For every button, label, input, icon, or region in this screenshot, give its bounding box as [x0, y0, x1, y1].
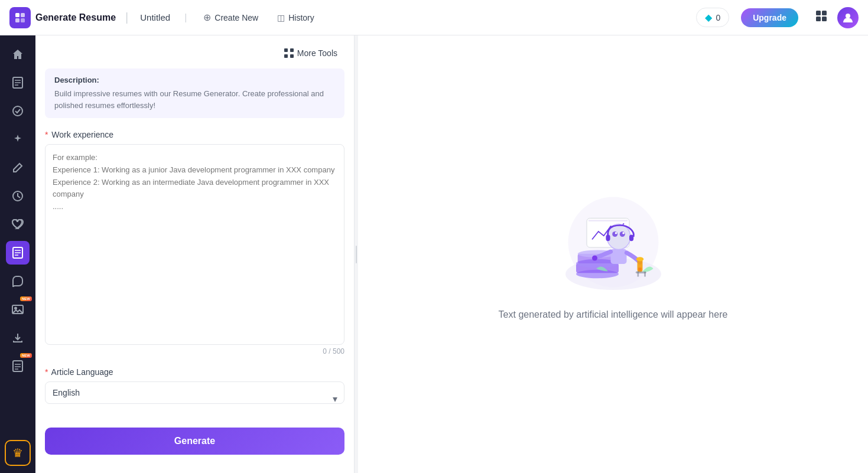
sidebar-item-history[interactable] [6, 184, 30, 208]
svg-point-13 [13, 106, 22, 116]
description-box: Description: Build impressive resumes wi… [45, 68, 344, 118]
sidebar: NEW NEW ♛ [0, 35, 35, 473]
svg-rect-4 [816, 11, 821, 15]
work-experience-textarea[interactable] [45, 144, 344, 345]
svg-rect-27 [284, 54, 288, 58]
more-tools-button[interactable]: More Tools [277, 45, 344, 61]
svg-point-8 [846, 14, 850, 18]
svg-rect-6 [816, 17, 821, 21]
history-button[interactable]: ◫ History [270, 9, 321, 26]
svg-rect-49 [638, 268, 641, 270]
svg-rect-3 [21, 18, 25, 22]
crown-icon: ♛ [12, 446, 23, 460]
char-count: 0 / 500 [45, 347, 344, 355]
description-heading: Description: [54, 76, 335, 84]
ai-placeholder-text: Text generated by artificial intelligenc… [499, 309, 728, 320]
credits-count: 0 [716, 13, 720, 22]
user-avatar-icon [842, 12, 854, 24]
header: Generate Resume | Untitled | ⊕ Create Ne… [0, 0, 868, 35]
work-experience-label: * Work experience [45, 130, 344, 139]
avatar[interactable] [837, 7, 859, 28]
svg-point-39 [612, 231, 617, 237]
description-body: Build impressive resumes with our Resume… [54, 88, 335, 111]
sidebar-item-heart[interactable] [6, 213, 30, 236]
svg-rect-0 [15, 13, 19, 17]
svg-rect-5 [822, 11, 827, 15]
language-select-wrapper: English Spanish French German Chinese Ja… [45, 381, 344, 416]
ai-illustration [548, 189, 678, 295]
svg-rect-28 [290, 54, 294, 58]
svg-rect-26 [290, 48, 294, 52]
svg-point-42 [622, 231, 625, 234]
svg-rect-21 [13, 361, 22, 371]
grid-icon [815, 9, 828, 22]
more-tools-label: More Tools [297, 48, 337, 58]
sidebar-item-magic[interactable] [6, 128, 30, 151]
create-new-label: Create New [214, 13, 258, 22]
upgrade-button[interactable]: Upgrade [741, 8, 798, 27]
svg-rect-43 [606, 234, 610, 241]
history-label: History [288, 13, 314, 22]
sidebar-item-document[interactable] [6, 71, 30, 94]
svg-point-20 [15, 308, 17, 309]
sidebar-item-home[interactable] [6, 43, 30, 66]
svg-rect-2 [15, 18, 19, 22]
content-area: More Tools Description: Build impressive… [35, 35, 868, 473]
svg-rect-7 [822, 17, 827, 21]
diamond-icon: ◆ [705, 12, 712, 23]
svg-point-41 [615, 231, 617, 234]
sidebar-item-chat[interactable] [6, 269, 30, 293]
work-experience-label-text: Work experience [51, 130, 113, 139]
app-logo [9, 7, 31, 28]
svg-rect-44 [629, 234, 633, 241]
header-divider2: | [184, 12, 187, 23]
main-layout: NEW NEW ♛ Mo [0, 35, 868, 473]
article-language-label-text: Article Language [51, 367, 113, 377]
left-panel: More Tools Description: Build impressive… [35, 35, 355, 473]
more-tools-bar: More Tools [45, 45, 344, 61]
sidebar-item-download[interactable] [6, 326, 30, 350]
sidebar-item-pencil[interactable] [6, 156, 30, 180]
header-untitled-tab[interactable]: Untitled [135, 10, 175, 25]
svg-rect-52 [644, 271, 646, 276]
credits-badge: ◆ 0 [696, 8, 729, 27]
generate-button[interactable]: Generate [45, 428, 344, 455]
svg-rect-37 [588, 220, 628, 221]
required-star: * [45, 130, 48, 139]
new-badge-image: NEW [20, 296, 32, 301]
required-star-lang: * [45, 367, 48, 377]
history-icon: ◫ [277, 13, 285, 22]
svg-rect-45 [610, 249, 626, 263]
upgrade-crown-button[interactable]: ♛ [5, 440, 31, 466]
plus-circle-icon: ⊕ [203, 12, 211, 23]
sidebar-item-image[interactable]: NEW [6, 298, 30, 321]
svg-point-46 [592, 255, 597, 260]
sidebar-item-check[interactable] [6, 99, 30, 123]
sidebar-item-resume[interactable] [6, 241, 30, 265]
header-divider1: | [125, 11, 128, 24]
svg-point-48 [636, 257, 643, 261]
create-new-button[interactable]: ⊕ Create New [196, 8, 265, 27]
language-select[interactable]: English Spanish French German Chinese Ja… [45, 381, 344, 404]
sidebar-item-doc-new[interactable]: NEW [6, 354, 30, 378]
svg-rect-1 [21, 13, 25, 17]
right-panel: Text generated by artificial intelligenc… [358, 35, 868, 473]
more-tools-icon [284, 48, 294, 58]
app-title: Generate Resume [35, 12, 116, 23]
svg-point-40 [619, 231, 625, 237]
new-badge-doc: NEW [20, 353, 32, 358]
svg-rect-25 [284, 48, 288, 52]
article-language-label: * Article Language [45, 367, 344, 377]
grid-view-button[interactable] [810, 7, 833, 28]
svg-rect-51 [637, 271, 639, 276]
